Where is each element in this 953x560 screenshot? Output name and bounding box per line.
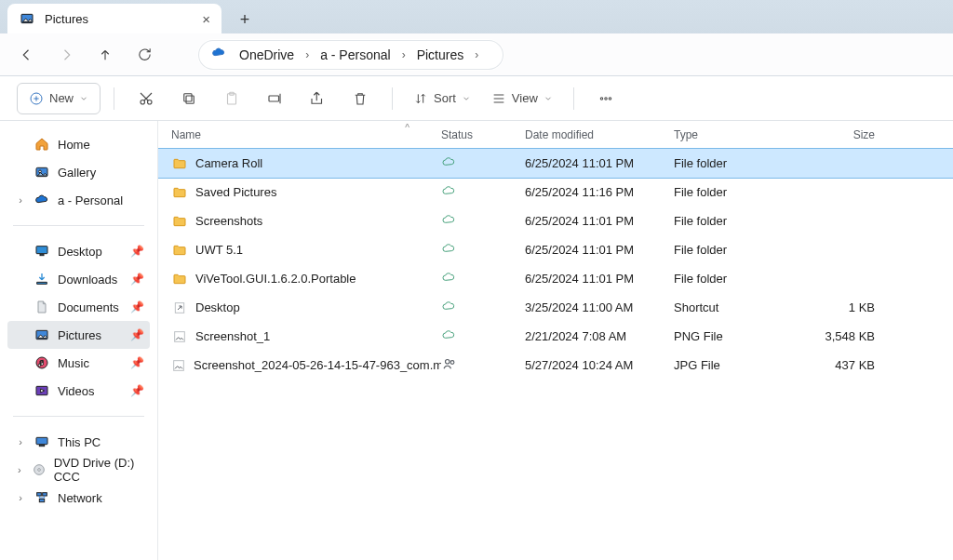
column-date[interactable]: Date modified bbox=[525, 128, 674, 141]
copy-button[interactable] bbox=[170, 83, 208, 114]
file-row[interactable]: Desktop 3/25/2024 11:00 AM Shortcut 1 KB bbox=[158, 293, 953, 322]
column-status[interactable]: Status bbox=[441, 128, 525, 141]
sidebar-item-label: Gallery bbox=[58, 166, 96, 180]
sidebar-item[interactable]: Home bbox=[7, 130, 150, 158]
sidebar-item-label: DVD Drive (D:) CCC bbox=[54, 456, 142, 484]
breadcrumb-segment[interactable]: Pictures bbox=[411, 46, 470, 64]
file-type: File folder bbox=[674, 272, 804, 286]
cloud-status-icon bbox=[441, 270, 456, 285]
breadcrumb-segment[interactable]: a - Personal bbox=[315, 46, 396, 64]
forward-button[interactable] bbox=[50, 39, 82, 71]
sidebar-item[interactable]: › This PC bbox=[7, 428, 150, 456]
cloud-status-icon bbox=[441, 154, 456, 169]
folder-icon bbox=[171, 242, 188, 259]
sidebar-item[interactable]: Gallery bbox=[7, 158, 150, 186]
chevron-down-icon bbox=[462, 94, 471, 103]
expand-chevron-icon[interactable]: › bbox=[15, 464, 24, 475]
sidebar-item[interactable]: Music 📌 bbox=[7, 349, 150, 377]
pc-icon bbox=[34, 433, 50, 450]
sidebar-item[interactable]: › Network bbox=[7, 484, 150, 512]
sidebar-item[interactable]: › DVD Drive (D:) CCC bbox=[7, 456, 150, 484]
image-icon bbox=[171, 357, 186, 374]
file-date: 6/25/2024 11:01 PM bbox=[525, 214, 674, 228]
chevron-right-icon[interactable]: › bbox=[303, 48, 311, 61]
file-row[interactable]: Screenshot_1 2/21/2024 7:08 AM PNG File … bbox=[158, 322, 953, 351]
folder-icon bbox=[171, 155, 188, 172]
rename-button[interactable] bbox=[256, 83, 293, 114]
sidebar-item-label: Network bbox=[58, 491, 102, 505]
cloud-status-icon bbox=[441, 212, 456, 227]
dvd-icon bbox=[32, 461, 47, 478]
column-size[interactable]: Size bbox=[804, 128, 879, 141]
file-row[interactable]: Screenshot_2024-05-26-14-15-47-963_com.m… bbox=[158, 351, 953, 380]
new-tab-button[interactable]: + bbox=[231, 6, 259, 33]
view-button[interactable]: View bbox=[484, 83, 560, 114]
sidebar-item[interactable]: Downloads 📌 bbox=[7, 265, 150, 293]
image-icon bbox=[171, 328, 188, 345]
sidebar-item-label: a - Personal bbox=[58, 193, 123, 207]
share-button[interactable] bbox=[299, 83, 336, 114]
more-button[interactable] bbox=[587, 83, 624, 114]
desktop-icon bbox=[34, 243, 50, 260]
videos-icon bbox=[34, 382, 50, 399]
svg-rect-22 bbox=[184, 93, 192, 100]
pin-icon: 📌 bbox=[130, 356, 144, 369]
sidebar-item[interactable]: Pictures 📌 bbox=[7, 321, 150, 349]
tab-title: Pictures bbox=[45, 12, 193, 26]
command-bar: New Sort View bbox=[0, 76, 953, 121]
file-status bbox=[441, 299, 525, 316]
new-button[interactable]: New bbox=[17, 83, 101, 114]
up-button[interactable] bbox=[89, 39, 121, 71]
refresh-button[interactable] bbox=[128, 39, 160, 71]
pictures-icon bbox=[34, 327, 50, 343]
chevron-right-icon[interactable]: › bbox=[400, 48, 408, 61]
sidebar-item-label: Videos bbox=[58, 384, 95, 398]
file-name-label: Saved Pictures bbox=[195, 185, 276, 199]
chevron-right-icon[interactable]: › bbox=[473, 48, 480, 61]
file-date: 6/25/2024 11:01 PM bbox=[525, 156, 674, 170]
file-row[interactable]: Saved Pictures 6/25/2024 11:16 PM File f… bbox=[158, 178, 953, 207]
folder-icon bbox=[171, 271, 188, 287]
navigation-pane: Home Gallery › a - Personal Desktop 📌 Do… bbox=[0, 121, 158, 560]
file-status bbox=[441, 241, 525, 259]
sidebar-item[interactable]: Desktop 📌 bbox=[7, 237, 150, 265]
sidebar-item[interactable]: Documents 📌 bbox=[7, 293, 150, 321]
pin-icon: 📌 bbox=[130, 384, 144, 397]
sidebar-item[interactable]: Videos 📌 bbox=[7, 377, 150, 405]
paste-button[interactable] bbox=[213, 83, 250, 114]
close-tab-icon[interactable]: × bbox=[202, 11, 210, 27]
file-type: Shortcut bbox=[674, 300, 804, 314]
file-row[interactable]: ViVeTool.GUI.1.6.2.0.Portable 6/25/2024 … bbox=[158, 264, 953, 293]
folder-icon bbox=[171, 184, 188, 201]
expand-chevron-icon[interactable]: › bbox=[15, 194, 26, 206]
sidebar-item-label: Home bbox=[58, 138, 90, 152]
cloud-icon bbox=[211, 46, 226, 63]
sidebar-item-label: This PC bbox=[58, 435, 101, 449]
file-row[interactable]: UWT 5.1 6/25/2024 11:01 PM File folder bbox=[158, 235, 953, 264]
svg-rect-21 bbox=[186, 96, 194, 103]
sidebar-item-label: Music bbox=[58, 356, 89, 370]
column-name[interactable]: Name^ bbox=[171, 128, 441, 141]
expand-chevron-icon[interactable]: › bbox=[15, 492, 26, 503]
file-status bbox=[441, 327, 525, 345]
sidebar-item[interactable]: › a - Personal bbox=[7, 186, 150, 214]
folder-icon bbox=[171, 213, 188, 230]
address-bar[interactable]: OneDrive › a - Personal › Pictures › bbox=[197, 39, 504, 71]
file-type: File folder bbox=[674, 243, 804, 257]
file-type: JPG File bbox=[674, 358, 804, 372]
column-type[interactable]: Type bbox=[674, 128, 804, 141]
sort-button[interactable]: Sort bbox=[406, 83, 478, 114]
breadcrumb-segment[interactable]: OneDrive bbox=[234, 46, 300, 64]
window-tab[interactable]: Pictures × bbox=[7, 4, 221, 33]
delete-button[interactable] bbox=[342, 83, 379, 114]
file-name-label: Screenshots bbox=[195, 214, 262, 228]
file-row[interactable]: Screenshots 6/25/2024 11:01 PM File fold… bbox=[158, 207, 953, 235]
file-status bbox=[441, 212, 525, 230]
file-name-label: UWT 5.1 bbox=[195, 243, 243, 257]
expand-chevron-icon[interactable]: › bbox=[15, 436, 26, 447]
cloud-status-icon bbox=[441, 241, 456, 256]
file-date: 6/25/2024 11:01 PM bbox=[525, 243, 674, 257]
cut-button[interactable] bbox=[128, 83, 165, 114]
back-button[interactable] bbox=[11, 39, 43, 71]
file-row[interactable]: Camera Roll 6/25/2024 11:01 PM File fold… bbox=[158, 149, 953, 178]
